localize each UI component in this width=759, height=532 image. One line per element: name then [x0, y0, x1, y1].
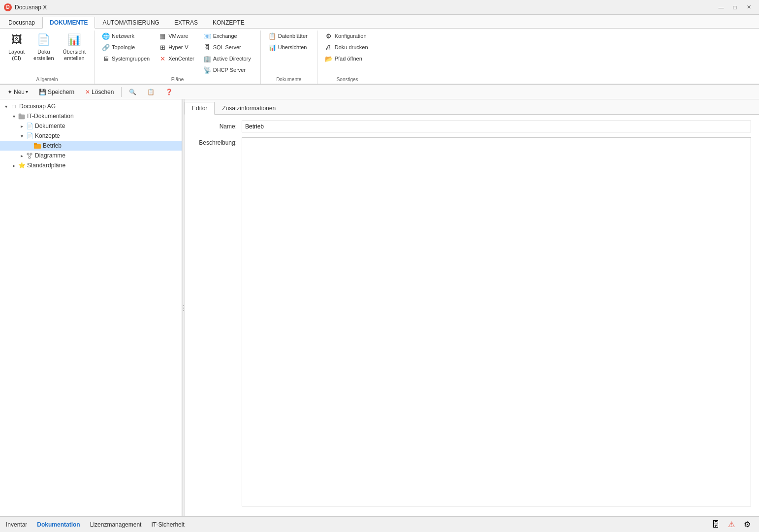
ribbon-group-dokumente-items: 📋 Datenblätter 📊 Übersichten [265, 31, 313, 75]
betrieb-icon [33, 142, 41, 150]
ribbon-btn-sql-server[interactable]: 🗄 SQL Server [200, 42, 254, 53]
konzepte-expand[interactable]: ▾ [18, 132, 26, 140]
ribbon-btn-uebersichten[interactable]: 📊 Übersichten [265, 42, 311, 53]
resizer-dot-3 [183, 310, 184, 311]
dokumente-expand[interactable]: ▸ [18, 122, 26, 130]
tab-konzepte[interactable]: KONZEPTE [205, 16, 252, 28]
search-button[interactable]: 🔍 [125, 86, 141, 98]
ribbon-btn-active-directory[interactable]: 🏢 Active Directory [200, 53, 254, 64]
tab-automatisierung[interactable]: AUTOMATISIERUNG [95, 16, 167, 28]
tree-item-it-dokumentation[interactable]: ▾ IT-Dokumentation [0, 111, 182, 121]
status-it-sicherheit[interactable]: IT-Sicherheit [151, 521, 184, 528]
tree-item-konzepte[interactable]: ▾ 📄 Konzepte [0, 131, 182, 141]
status-lizenzmanagement[interactable]: Lizenzmanagement [90, 521, 142, 528]
tree-item-diagramme[interactable]: ▸ Diagramme [0, 151, 182, 160]
save-icon: 💾 [39, 89, 46, 95]
status-dokumentation[interactable]: Dokumentation [37, 521, 80, 528]
ribbon-btn-topologie[interactable]: 🔗 Topologie [98, 42, 153, 53]
svg-point-4 [27, 153, 29, 155]
save-button[interactable]: 💾 Speichern [34, 86, 79, 98]
datenblaetter-icon: 📋 [268, 32, 276, 40]
ribbon-btn-konfiguration[interactable]: ⚙ Konfiguration [321, 31, 372, 41]
ribbon-col-plaene-2: ▦ VMware ⊞ Hyper-V ✕ XenCenter [155, 31, 198, 64]
netzwerk-icon: 🌐 [102, 32, 110, 40]
doku-erstellen-icon: 📄 [36, 33, 52, 47]
new-button[interactable]: ✦ Neu ▾ [3, 86, 32, 98]
status-icon-settings[interactable]: ⚙ [741, 519, 753, 531]
beschreibung-textarea[interactable] [242, 137, 751, 506]
tree-item-dokumente[interactable]: ▸ 📄 Dokumente [0, 121, 182, 131]
ribbon: 🖼 Layout(CI) 📄 Dokuerstellen 📊 Übersicht… [0, 29, 759, 85]
ribbon-btn-pfad-oeffnen[interactable]: 📂 Pfad öffnen [321, 53, 372, 64]
ribbon-btn-hyper-v[interactable]: ⊞ Hyper-V [155, 42, 198, 53]
xencenter-label: XenCenter [168, 56, 194, 62]
toolbar-btn-extra2[interactable]: ❓ [161, 86, 177, 98]
ribbon-btn-uebersicht-erstellen[interactable]: 📊 Übersichterstellen [59, 31, 90, 64]
dhcp-server-label: DHCP Server [213, 67, 246, 73]
tab-zusatzinformationen[interactable]: Zusatzinformationen [215, 101, 283, 114]
editor-form: Name: Beschreibung: [185, 115, 759, 516]
name-input[interactable] [242, 121, 751, 132]
exchange-icon: 📧 [203, 32, 211, 40]
tab-extras[interactable]: EXTRAS [167, 16, 205, 28]
ribbon-btn-layout[interactable]: 🖼 Layout(CI) [4, 31, 29, 64]
ribbon-btn-dhcp-server[interactable]: 📡 DHCP Server [200, 64, 254, 75]
toolbar: ✦ Neu ▾ 💾 Speichern ✕ Löschen 🔍 📋 ❓ [0, 85, 759, 99]
ribbon-btn-doku-erstellen[interactable]: 📄 Dokuerstellen [29, 31, 59, 64]
tree-item-standardplaene[interactable]: ▸ ⭐ Standardpläne [0, 160, 182, 170]
netzwerk-label: Netzwerk [112, 33, 134, 39]
search-icon: 🔍 [129, 89, 136, 95]
toolbar-btn-extra1[interactable]: 📋 [143, 86, 159, 98]
toolbar-separator [121, 87, 122, 97]
tree-panel: ▾ □ Docusnap AG ▾ IT-Dokumentation ▸ 📄 D… [0, 99, 182, 516]
maximize-button[interactable]: □ [728, 2, 741, 12]
tab-editor[interactable]: Editor [185, 102, 215, 115]
it-doku-expand[interactable]: ▾ [10, 112, 18, 120]
save-label: Speichern [48, 89, 74, 95]
minimize-button[interactable]: — [715, 2, 727, 12]
root-icon: □ [10, 102, 18, 110]
standardplaene-expand[interactable]: ▸ [10, 161, 18, 169]
root-expand[interactable]: ▾ [2, 102, 10, 110]
ribbon-group-plaene-label: Pläne [98, 75, 256, 84]
betrieb-label: Betrieb [43, 142, 62, 149]
title-bar: D Docusnap X — □ ✕ [0, 0, 759, 15]
status-right-area: 🗄 ⚠ ⚙ [710, 519, 753, 531]
ribbon-btn-netzwerk[interactable]: 🌐 Netzwerk [98, 31, 153, 41]
tab-dokumente[interactable]: DOKUMENTE [42, 17, 95, 29]
ribbon-btn-datenblaetter[interactable]: 📋 Datenblätter [265, 31, 311, 41]
uebersichten-label: Übersichten [278, 44, 307, 50]
ribbon-btn-xencenter[interactable]: ✕ XenCenter [155, 53, 198, 64]
tree-item-betrieb[interactable]: ▸ Betrieb [0, 141, 182, 151]
ribbon-btn-systemgruppen[interactable]: 🖥 Systemgruppen [98, 53, 153, 64]
tab-docusnap[interactable]: Docusnap [1, 16, 42, 28]
ribbon-btn-doku-drucken[interactable]: 🖨 Doku drucken [321, 42, 372, 53]
diagramme-expand[interactable]: ▸ [18, 152, 26, 159]
tree-item-root[interactable]: ▾ □ Docusnap AG [0, 101, 182, 111]
it-doku-icon [18, 112, 26, 120]
topologie-label: Topologie [112, 44, 135, 50]
dokumente-label: Dokumente [35, 123, 65, 129]
konzepte-icon: 📄 [26, 132, 33, 140]
ribbon-btn-exchange[interactable]: 📧 Exchange [200, 31, 254, 41]
it-dokumentation-label: IT-Dokumentation [27, 113, 74, 120]
doku-drucken-icon: 🖨 [325, 43, 333, 51]
ribbon-group-plaene-items: 🌐 Netzwerk 🔗 Topologie 🖥 Systemgruppen ▦… [98, 31, 256, 75]
extra2-icon: ❓ [165, 89, 173, 95]
dokumente-icon: 📄 [26, 122, 33, 130]
status-icon-alert[interactable]: ⚠ [726, 519, 737, 531]
ribbon-btn-vmware[interactable]: ▦ VMware [155, 31, 198, 41]
content-panel: Editor Zusatzinformationen Name: Beschre… [185, 99, 759, 516]
sql-server-icon: 🗄 [203, 43, 211, 51]
main-area: ▾ □ Docusnap AG ▾ IT-Dokumentation ▸ 📄 D… [0, 99, 759, 516]
form-row-beschreibung: Beschreibung: [192, 137, 751, 506]
delete-button[interactable]: ✕ Löschen [81, 86, 118, 98]
status-inventar[interactable]: Inventar [6, 521, 27, 528]
resizer-dot-1 [183, 305, 184, 306]
active-directory-label: Active Directory [213, 56, 251, 62]
hyper-v-icon: ⊞ [158, 43, 166, 51]
standardplaene-label: Standardpläne [27, 162, 65, 169]
uebersicht-erstellen-label: Übersichterstellen [63, 49, 86, 62]
close-button[interactable]: ✕ [742, 2, 755, 12]
status-icon-db[interactable]: 🗄 [710, 519, 722, 531]
